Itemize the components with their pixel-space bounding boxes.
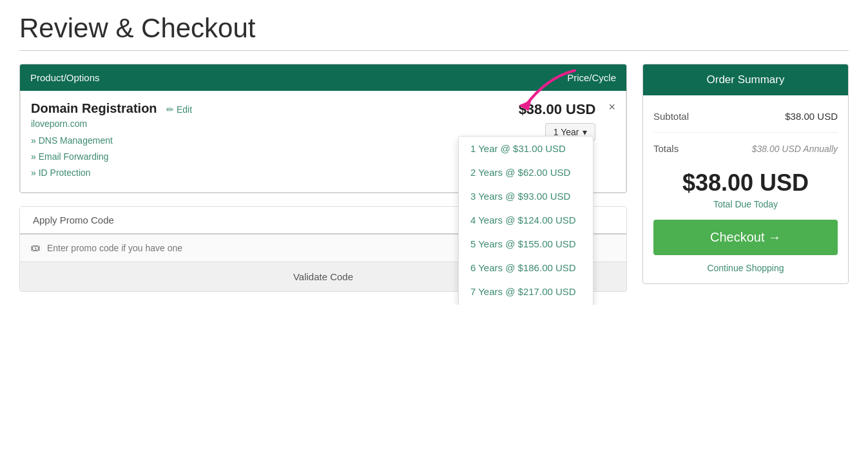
cycle-option-8[interactable]: 8 Years @ $248.00 USD <box>459 303 593 305</box>
header-divider <box>19 50 849 51</box>
column-header-product: Product/Options <box>30 72 567 83</box>
right-panel: Order Summary Subtotal $38.00 USD Totals… <box>642 64 849 284</box>
total-price: $38.00 USD <box>653 169 838 196</box>
cycle-option-2[interactable]: 2 Years @ $62.00 USD <box>459 160 593 184</box>
cycle-option-1[interactable]: 1 Year @ $31.00 USD <box>459 137 593 160</box>
left-panel: Product/Options Price/Cycle Domain Regis… <box>19 64 627 292</box>
feature-id[interactable]: » ID Protection <box>31 165 192 181</box>
edit-link[interactable]: ✏ Edit <box>166 104 192 115</box>
cycle-option-7[interactable]: 7 Years @ $217.00 USD <box>459 280 593 303</box>
table-body: Domain Registration ✏ Edit iloveporn.com… <box>20 91 626 193</box>
subtotal-row: Subtotal $38.00 USD <box>653 106 838 127</box>
price-amount: $38.00 USD <box>519 101 596 118</box>
subtotal-label: Subtotal <box>653 111 689 122</box>
total-amount: $38.00 USD <box>653 169 838 196</box>
totals-value: $38.00 USD Annually <box>752 144 838 154</box>
main-layout: Product/Options Price/Cycle Domain Regis… <box>19 64 849 292</box>
price-info: $38.00 USD 1 Year ▾ <box>519 101 596 141</box>
cycle-dropdown-menu: 1 Year @ $31.00 USD 2 Years @ $62.00 USD… <box>458 136 593 305</box>
page-title: Review & Checkout <box>19 13 849 44</box>
summary-divider <box>653 132 838 133</box>
product-info: Domain Registration ✏ Edit iloveporn.com… <box>31 101 192 182</box>
summary-body: Subtotal $38.00 USD Totals $38.00 USD An… <box>643 95 848 283</box>
cycle-option-4[interactable]: 4 Years @ $124.00 USD <box>459 208 593 232</box>
product-name: Domain Registration <box>31 101 157 115</box>
checkout-button[interactable]: Checkout → <box>653 220 838 255</box>
totals-label: Totals <box>653 143 679 154</box>
cycle-option-5[interactable]: 5 Years @ $155.00 USD <box>459 232 593 256</box>
feature-dns[interactable]: » DNS Management <box>31 133 192 149</box>
column-header-price: Price/Cycle <box>567 72 616 83</box>
summary-header: Order Summary <box>643 64 848 95</box>
product-features: » DNS Management » Email Forwarding » ID… <box>31 133 192 182</box>
cycle-option-6[interactable]: 6 Years @ $186.00 USD <box>459 256 593 280</box>
cycle-option-3[interactable]: 3 Years @ $93.00 USD <box>459 184 593 208</box>
feature-email[interactable]: » Email Forwarding <box>31 149 192 165</box>
order-summary: Order Summary Subtotal $38.00 USD Totals… <box>642 64 849 284</box>
total-due-label: Total Due Today <box>653 199 838 209</box>
totals-row: Totals $38.00 USD Annually <box>653 138 838 159</box>
product-table: Product/Options Price/Cycle Domain Regis… <box>19 64 627 193</box>
remove-button[interactable]: × <box>608 101 615 113</box>
promo-icon: 🎟 <box>30 242 41 254</box>
domain-link[interactable]: iloveporn.com <box>31 119 192 129</box>
continue-shopping-link[interactable]: Continue Shopping <box>653 263 838 273</box>
price-area: $38.00 USD 1 Year ▾ × <box>519 101 615 141</box>
table-header: Product/Options Price/Cycle <box>20 64 626 91</box>
subtotal-value: $38.00 USD <box>785 111 838 122</box>
